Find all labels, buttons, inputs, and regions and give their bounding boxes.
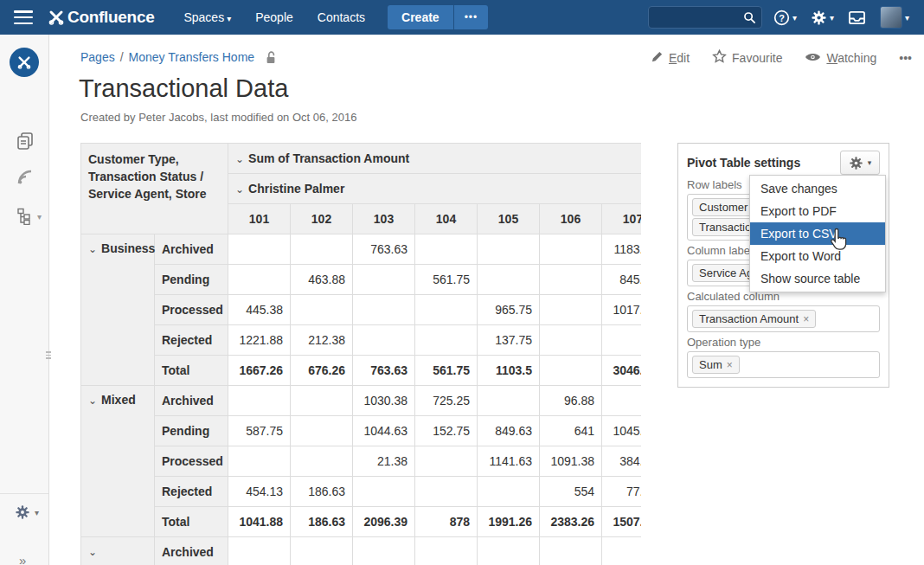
- page-action-[interactable]: •••: [899, 51, 912, 65]
- breadcrumb: Pages / Money Transfers Home: [80, 50, 277, 64]
- pivot-value-cell: 1183.38: [602, 234, 642, 265]
- pivot-value-cell: [228, 537, 291, 565]
- pivot-value-cell: [353, 295, 415, 325]
- pivot-value-cell: 1041.88: [228, 507, 291, 537]
- field-operation-type[interactable]: Sum×: [687, 351, 880, 378]
- pivot-value-cell: 878: [415, 507, 478, 537]
- pivot-value-cell: [353, 537, 415, 565]
- pivot-value-cell: [415, 446, 478, 477]
- chip-transaction-amount[interactable]: Transaction Amount×: [692, 310, 816, 328]
- pivot-value-cell: [540, 325, 602, 356]
- pivot-value-cell: [291, 234, 353, 265]
- pivot-value-cell: 77.88: [602, 477, 642, 507]
- space-tools-button[interactable]: ▾: [15, 504, 63, 520]
- pivot-value-cell: 1991.26: [478, 507, 540, 537]
- remove-chip-icon[interactable]: ×: [803, 313, 809, 325]
- chevron-down-icon: ⌄: [235, 183, 244, 196]
- field-calculated-column[interactable]: Transaction Amount×: [687, 305, 880, 332]
- table-row: Rejected1221.88212.38137.75: [81, 325, 642, 356]
- page-actions: EditFavouriteWatching•••: [651, 49, 912, 67]
- pivot-value-cell: 725.25: [415, 386, 478, 416]
- space-logo[interactable]: [10, 48, 39, 77]
- pivot-group-cell[interactable]: ⌄Mixed: [81, 386, 155, 537]
- pivot-status-label: Archived: [155, 234, 228, 265]
- pivot-value-cell: 1221.88: [228, 325, 291, 356]
- pivot-status-label: Archived: [155, 537, 228, 565]
- create-button[interactable]: Create: [388, 5, 453, 29]
- pivot-status-label: Total: [155, 507, 228, 537]
- page-action-label: Edit: [669, 51, 690, 65]
- top-nav-spaces[interactable]: Spaces▾: [173, 3, 241, 31]
- table-row: Rejected454.13186.6355477.88: [81, 477, 642, 507]
- table-row: Processed445.38965.751017.63: [81, 295, 642, 325]
- top-nav-people[interactable]: People: [245, 3, 304, 31]
- pivot-measure-header[interactable]: ⌄Sum of Transaction Amount: [228, 144, 642, 174]
- pivot-value-cell: 1141.63: [478, 446, 540, 477]
- pivot-value-cell: [415, 537, 478, 565]
- sidebar-item-blog[interactable]: [16, 169, 34, 186]
- confluence-logo[interactable]: Confluence: [48, 8, 154, 27]
- sidebar-resize-handle[interactable]: [45, 351, 51, 363]
- pivot-value-cell: [540, 537, 602, 565]
- pivot-value-cell: [415, 234, 478, 265]
- menu-item-save-changes[interactable]: Save changes: [750, 177, 885, 200]
- pivot-value-cell: 186.63: [291, 477, 353, 507]
- sidebar-item-hierarchy[interactable]: ▾: [16, 208, 42, 225]
- star-icon: [712, 49, 727, 67]
- pivot-value-cell: [291, 295, 353, 325]
- unrestricted-lock-icon[interactable]: [265, 50, 277, 64]
- help-menu-button[interactable]: ? ▾: [771, 8, 799, 28]
- gear-caret-icon: ▾: [868, 158, 872, 167]
- page-action-edit[interactable]: Edit: [651, 50, 690, 66]
- pivot-column-group-header[interactable]: ⌄Christine Palmer: [228, 174, 642, 204]
- table-row: Total1667.26676.26763.63561.751103.53046…: [81, 356, 642, 386]
- pivot-group-cell[interactable]: ⌄Business: [81, 234, 155, 386]
- app-switcher-icon[interactable]: [14, 10, 33, 24]
- table-row: ⌄Archived: [81, 537, 642, 565]
- user-menu-button[interactable]: ▾: [877, 4, 912, 30]
- pivot-value-cell: [540, 295, 602, 325]
- page-action-favourite[interactable]: Favourite: [712, 49, 782, 67]
- chip-sum[interactable]: Sum×: [692, 356, 740, 374]
- search-icon[interactable]: [743, 11, 756, 24]
- pivot-value-cell: [228, 265, 291, 295]
- pivot-value-cell: [228, 386, 291, 416]
- pivot-table-container: Customer Type, Transaction Status / Serv…: [80, 143, 641, 565]
- menu-item-export-to-csv[interactable]: Export to CSV: [750, 222, 885, 245]
- pivot-value-cell: 965.75: [478, 295, 540, 325]
- menu-item-show-source-table[interactable]: Show source table: [750, 267, 885, 290]
- pivot-settings-gear-button[interactable]: ▾: [840, 151, 880, 175]
- pivot-value-cell: 186.63: [291, 507, 353, 537]
- remove-chip-icon[interactable]: ×: [727, 359, 733, 371]
- notifications-button[interactable]: [845, 8, 869, 28]
- pivot-store-column-header: 104: [415, 204, 478, 234]
- page-action-watching[interactable]: Watching: [805, 51, 876, 66]
- pivot-settings-title: Pivot Table settings: [687, 151, 800, 170]
- pivot-group-cell[interactable]: ⌄: [81, 537, 155, 565]
- breadcrumb-pages-link[interactable]: Pages: [80, 50, 115, 64]
- top-nav-contacts[interactable]: Contacts: [307, 3, 375, 31]
- space-tools-gear-icon: [15, 504, 30, 520]
- pivot-store-column-header: 102: [291, 204, 353, 234]
- pivot-value-cell: [478, 265, 540, 295]
- pivot-value-cell: 384.38: [602, 446, 642, 477]
- quick-search-box[interactable]: [648, 6, 762, 29]
- pivot-value-cell: 763.63: [353, 234, 415, 265]
- site-admin-menu-button[interactable]: ▾: [808, 8, 837, 28]
- search-input[interactable]: [654, 11, 743, 24]
- pivot-store-column-header: 106: [540, 204, 602, 234]
- create-more-button[interactable]: •••: [454, 5, 489, 29]
- pivot-value-cell: 445.38: [228, 295, 291, 325]
- pivot-value-cell: 1507.39: [602, 507, 642, 537]
- sidebar-item-pages[interactable]: [16, 132, 34, 151]
- pivot-status-label: Pending: [155, 265, 228, 295]
- page-action-label: Watching: [826, 51, 876, 65]
- pivot-value-cell: [415, 325, 478, 356]
- pencil-icon: [651, 50, 664, 66]
- menu-item-export-to-pdf[interactable]: Export to PDF: [750, 200, 885, 222]
- expand-sidebar-button[interactable]: »: [19, 553, 67, 565]
- chevron-down-icon: ⌄: [88, 243, 97, 255]
- breadcrumb-space-home-link[interactable]: Money Transfers Home: [129, 50, 255, 64]
- menu-item-export-to-word[interactable]: Export to Word: [750, 245, 885, 267]
- space-logo-icon: [16, 55, 32, 70]
